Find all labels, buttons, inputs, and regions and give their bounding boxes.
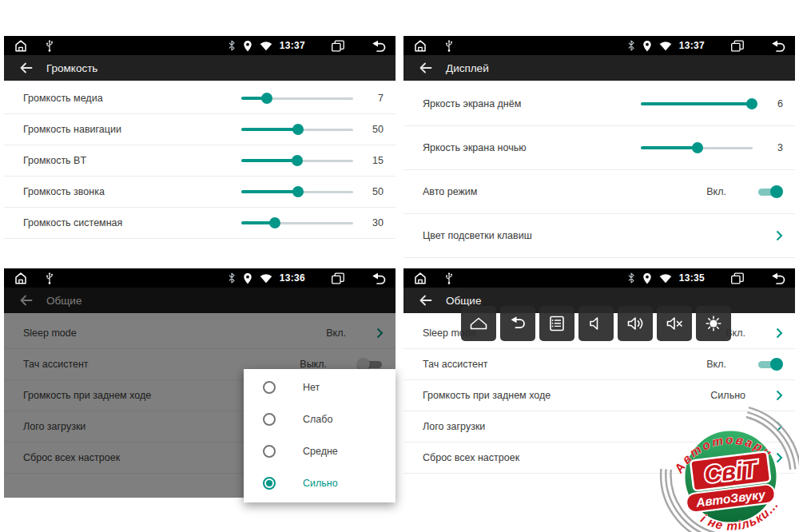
page-title: Общие: [446, 295, 481, 307]
row-label: Лого загрузки: [423, 421, 776, 432]
row-label: Цвет подсветки клавиш: [423, 230, 776, 241]
back-icon[interactable]: [371, 40, 386, 52]
status-bar: 13:37: [4, 36, 396, 55]
app-bar: Громкость: [4, 55, 396, 81]
settings-row[interactable]: Тач ассистентВкл.: [403, 349, 795, 380]
settings-row[interactable]: Громкость звонка 50: [4, 177, 396, 208]
location-icon: [243, 272, 252, 284]
slider[interactable]: [641, 98, 753, 109]
option-label: Средне: [303, 446, 338, 457]
settings-row[interactable]: Громкость навигации 50: [4, 114, 396, 145]
dialog-option[interactable]: Нет: [244, 371, 396, 403]
dialog-option[interactable]: Слабо: [244, 403, 396, 435]
panel-general-dimmed: 13:36 Общие Sleep modeВкл.Тач ассистентВ…: [4, 268, 396, 498]
dialog-option[interactable]: Средне: [244, 435, 396, 467]
reverse-volume-dialog: Нет Слабо Средне Сильно: [244, 369, 396, 502]
toggle-switch[interactable]: [757, 185, 783, 199]
brightness-icon: [703, 313, 724, 334]
radio-button-icon[interactable]: [263, 477, 276, 490]
page-title: Громкость: [46, 62, 97, 74]
settings-row[interactable]: Яркость экрана днём 6: [403, 82, 795, 126]
volume-up-icon: [625, 313, 646, 334]
bluetooth-icon: [627, 40, 635, 51]
back-arrow-icon[interactable]: [419, 62, 432, 74]
row-value: Вкл.: [706, 359, 726, 370]
quick-controls-bar: [461, 306, 731, 341]
status-time: 13:36: [280, 272, 305, 284]
status-bar: 13:36: [4, 268, 396, 288]
home-button[interactable]: [461, 306, 496, 341]
bluetooth-icon: [228, 272, 236, 284]
status-bar: 13:37: [403, 36, 795, 55]
row-label: Тач ассистент: [423, 359, 706, 370]
slider-thumb[interactable]: [261, 93, 272, 104]
status-bar: 13:35: [403, 268, 795, 288]
slider[interactable]: [241, 186, 353, 197]
slider[interactable]: [641, 142, 753, 153]
home-icon[interactable]: [14, 39, 28, 52]
settings-list: Громкость медиа 7Громкость навигации 50Г…: [4, 81, 396, 239]
usb-icon: [445, 39, 453, 52]
bluetooth-icon: [228, 40, 236, 51]
slider[interactable]: [241, 155, 353, 166]
radio-button-icon[interactable]: [263, 413, 276, 426]
wifi-icon: [260, 41, 272, 51]
slider-thumb[interactable]: [292, 124, 304, 135]
recents-icon[interactable]: [730, 40, 745, 52]
slider[interactable]: [241, 93, 353, 104]
volume-up-button[interactable]: [618, 306, 653, 341]
recents-icon[interactable]: [331, 40, 345, 52]
radio-button-icon[interactable]: [263, 445, 276, 458]
radio-button-icon[interactable]: [263, 381, 276, 394]
slider[interactable]: [241, 217, 353, 228]
location-icon: [243, 40, 252, 52]
settings-row[interactable]: Громкость медиа 7: [4, 83, 396, 114]
settings-row[interactable]: Сброс всех настроек: [403, 443, 795, 474]
back-arrow-icon[interactable]: [419, 294, 432, 307]
dialog-option[interactable]: Сильно: [244, 467, 396, 499]
toggle-switch[interactable]: [757, 357, 783, 371]
usb-icon: [445, 272, 453, 284]
home-icon[interactable]: [14, 272, 28, 284]
volume-low-icon: [586, 313, 606, 334]
slider-value: 50: [360, 124, 384, 135]
home-icon[interactable]: [413, 39, 427, 52]
slider-thumb[interactable]: [746, 98, 757, 109]
settings-row[interactable]: Громкость BT 15: [4, 145, 396, 177]
settings-row[interactable]: Лого загрузки: [403, 411, 795, 443]
svg-text:і не тільки...: і не тільки...: [698, 498, 781, 532]
slider-thumb[interactable]: [292, 186, 304, 197]
wifi-icon: [659, 41, 672, 51]
settings-row[interactable]: Цвет подсветки клавиш: [403, 214, 795, 258]
back-icon[interactable]: [770, 40, 785, 52]
back-button[interactable]: [500, 306, 535, 341]
chevron-right-icon: [776, 390, 783, 401]
home-icon[interactable]: [413, 272, 427, 284]
slider-value: 50: [360, 186, 384, 197]
back-icon[interactable]: [371, 272, 386, 284]
settings-row[interactable]: Яркость экрана ночью 3: [403, 126, 795, 170]
list-icon: [547, 313, 567, 334]
slider-thumb[interactable]: [692, 142, 703, 153]
panel-volume: 13:37 Громкость Громкость медиа 7Громкос…: [4, 36, 396, 239]
settings-row[interactable]: Громкость при заднем ходеСильно: [403, 380, 795, 411]
back-arrow-icon[interactable]: [19, 62, 33, 74]
slider-thumb[interactable]: [269, 217, 280, 228]
volume-down-button[interactable]: [578, 306, 614, 341]
back-icon[interactable]: [770, 272, 785, 284]
option-label: Слабо: [303, 414, 332, 425]
brightness-button[interactable]: [696, 306, 731, 341]
slider-thumb[interactable]: [292, 155, 303, 166]
row-label: Сброс всех настроек: [423, 452, 776, 463]
mute-button[interactable]: [657, 306, 692, 341]
recents-icon[interactable]: [730, 272, 745, 284]
list-button[interactable]: [539, 306, 574, 341]
wifi-icon: [659, 273, 672, 284]
row-label: Громкость медиа: [23, 93, 241, 104]
row-value: Сильно: [710, 390, 745, 401]
panel-general: 13:35 Общие Sleep modeВкл.Тач ассистентВ…: [403, 268, 795, 474]
settings-row[interactable]: Авто режимВкл.: [403, 170, 795, 214]
settings-row[interactable]: Громкость системная 30: [4, 208, 396, 239]
slider[interactable]: [241, 124, 353, 135]
recents-icon[interactable]: [331, 272, 345, 284]
